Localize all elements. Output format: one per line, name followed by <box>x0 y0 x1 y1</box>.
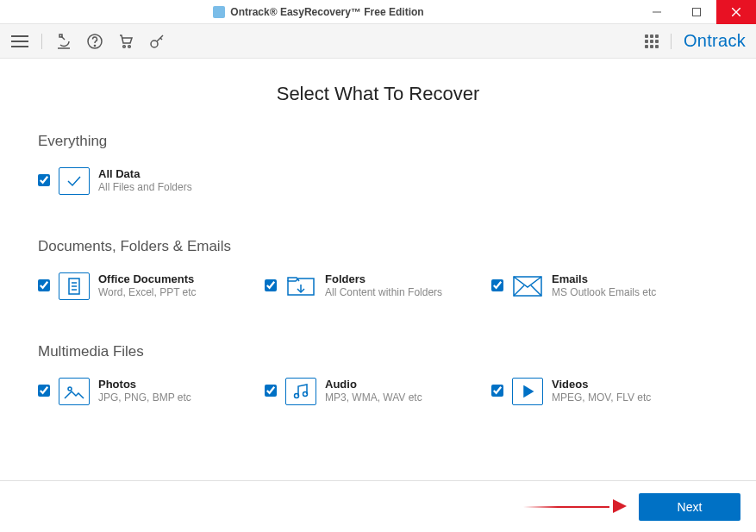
app-icon <box>213 6 225 18</box>
annotation-arrow <box>523 499 627 513</box>
item-subtitle: MS Outlook Emails etc <box>552 286 656 298</box>
svg-line-24 <box>531 285 541 296</box>
item-subtitle: JPG, PNG, BMP etc <box>98 391 191 404</box>
section-documents: Documents, Folders & Emails Office Docum… <box>38 238 718 300</box>
item-subtitle: Word, Excel, PPT etc <box>98 286 197 298</box>
window-title: Ontrack® EasyRecovery™ Free Edition <box>230 6 423 18</box>
item-subtitle: All Content within Folders <box>325 286 442 298</box>
item-title: Emails <box>552 272 656 285</box>
brand-logo: Ontrack <box>684 31 746 51</box>
item-title: Photos <box>98 378 191 391</box>
play-icon <box>512 378 543 405</box>
section-everything: Everything All Data All Files and Folder… <box>38 133 718 195</box>
svg-point-12 <box>123 45 126 47</box>
item-subtitle: MPEG, MOV, FLV etc <box>552 391 651 404</box>
help-icon[interactable] <box>85 32 104 51</box>
section-multimedia: Multimedia Files Photos JPG, PNG, BMP et… <box>38 343 718 405</box>
microscope-icon[interactable] <box>54 32 73 51</box>
envelope-icon <box>512 272 543 300</box>
option-photos[interactable]: Photos JPG, PNG, BMP etc <box>38 376 265 405</box>
svg-point-13 <box>128 45 131 47</box>
maximize-button[interactable] <box>677 0 716 24</box>
svg-point-26 <box>295 394 299 398</box>
separator <box>41 34 42 49</box>
option-office-documents[interactable]: Office Documents Word, Excel, PPT etc <box>38 271 265 300</box>
option-audio[interactable]: Audio MP3, WMA, WAV etc <box>265 376 491 405</box>
option-emails[interactable]: Emails MS Outlook Emails etc <box>491 271 718 300</box>
minimize-button[interactable] <box>637 0 677 24</box>
svg-point-25 <box>68 387 72 391</box>
checkbox-videos[interactable] <box>491 385 503 397</box>
section-heading-documents: Documents, Folders & Emails <box>38 238 718 255</box>
folder-icon <box>285 272 316 300</box>
image-icon <box>59 378 90 405</box>
music-icon <box>285 378 316 405</box>
svg-marker-28 <box>524 386 533 397</box>
svg-point-14 <box>151 41 158 47</box>
svg-line-16 <box>160 38 162 40</box>
apps-grid-icon[interactable] <box>645 34 659 48</box>
toolbar: Ontrack <box>0 24 756 59</box>
separator <box>671 34 672 49</box>
item-title: Folders <box>325 272 442 285</box>
item-title: Office Documents <box>98 272 197 285</box>
section-heading-everything: Everything <box>38 133 718 150</box>
checkbox-folders[interactable] <box>265 279 277 291</box>
item-title: Audio <box>325 378 422 391</box>
close-button[interactable] <box>716 0 756 24</box>
checkbox-all-data[interactable] <box>38 174 50 186</box>
main-content: Select What To Recover Everything All Da… <box>0 59 756 405</box>
svg-rect-9 <box>59 34 62 37</box>
key-icon[interactable] <box>147 32 166 51</box>
item-subtitle: MP3, WMA, WAV etc <box>325 391 422 404</box>
option-folders[interactable]: Folders All Content within Folders <box>265 271 491 300</box>
checkbox-audio[interactable] <box>265 385 277 397</box>
item-title: All Data <box>98 167 192 180</box>
checkbox-office-documents[interactable] <box>38 279 50 291</box>
menu-icon[interactable] <box>10 32 29 51</box>
option-all-data[interactable]: All Data All Files and Folders <box>38 166 267 195</box>
svg-point-11 <box>94 45 95 46</box>
page-title: Select What To Recover <box>38 83 718 105</box>
svg-rect-1 <box>693 8 701 16</box>
checkbox-emails[interactable] <box>491 279 503 291</box>
window-titlebar: Ontrack® EasyRecovery™ Free Edition <box>0 0 756 24</box>
item-title: Videos <box>552 378 651 391</box>
next-button[interactable]: Next <box>639 493 740 521</box>
checkbox-photos[interactable] <box>38 385 50 397</box>
section-heading-multimedia: Multimedia Files <box>38 343 718 360</box>
cart-icon[interactable] <box>116 32 135 51</box>
check-icon <box>59 167 90 195</box>
option-videos[interactable]: Videos MPEG, MOV, FLV etc <box>491 376 718 405</box>
svg-line-23 <box>514 285 524 296</box>
svg-line-15 <box>157 35 163 41</box>
svg-point-27 <box>303 392 308 397</box>
document-icon <box>59 272 90 300</box>
footer: Next <box>0 480 756 532</box>
item-subtitle: All Files and Folders <box>98 181 192 193</box>
